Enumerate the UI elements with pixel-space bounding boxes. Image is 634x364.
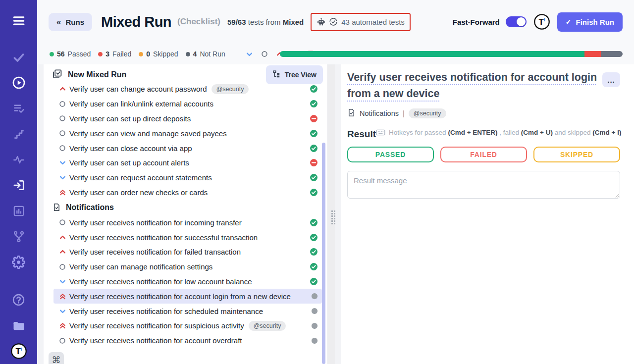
status-notrun-icon xyxy=(311,308,318,314)
sidebar-stairs-icon[interactable] xyxy=(0,121,37,147)
automated-tests-badge[interactable]: 43 automated tests xyxy=(311,13,411,31)
test-row[interactable]: Verify user can set up direct deposits xyxy=(53,111,322,126)
tests-source: Mixed xyxy=(283,18,304,26)
sidebar-folder-icon[interactable] xyxy=(0,312,37,338)
test-row-title: Verify user can order new checks or card… xyxy=(69,188,208,197)
sidebar-bar-chart-icon[interactable] xyxy=(0,198,37,224)
tree-view-button[interactable]: Tree View xyxy=(266,65,323,84)
main-area: « Runs Mixed Run (Checklist) 59/63 tests… xyxy=(37,0,634,364)
test-row[interactable]: Verify user can request account statemen… xyxy=(53,170,322,185)
test-row-title: Verify user receives notification for ac… xyxy=(69,336,242,345)
sidebar-list-check-icon[interactable] xyxy=(0,96,37,121)
test-row[interactable]: Verify user receives notification for ac… xyxy=(53,333,322,348)
test-row[interactable]: Verify user receives notification for su… xyxy=(53,230,322,245)
sidebar-activity-icon[interactable] xyxy=(0,147,37,173)
status-dot-icon xyxy=(139,52,143,56)
test-row[interactable]: Verify user can view and manage saved pa… xyxy=(53,126,322,141)
priority-chevron-up-icon xyxy=(56,248,68,256)
test-row[interactable]: Verify user can manage notification sett… xyxy=(53,260,322,274)
test-list-header: New Mixed Run Tree View xyxy=(44,64,327,84)
sidebar-gear-icon[interactable] xyxy=(0,250,37,275)
check-circle-icon xyxy=(329,17,338,26)
back-to-runs-button[interactable]: « Runs xyxy=(49,13,92,31)
test-row[interactable]: Verify user can link/unlink external acc… xyxy=(53,97,322,111)
tree-view-icon xyxy=(272,70,281,80)
panel-resize-handle[interactable] xyxy=(327,64,341,364)
test-row-title: Verify user can manage notification sett… xyxy=(69,262,212,271)
breadcrumb-separator: | xyxy=(403,109,405,117)
test-row[interactable]: Verify user receives notification for fa… xyxy=(53,245,322,260)
priority-circle-icon xyxy=(56,263,68,270)
status-passed-icon xyxy=(310,233,318,242)
test-row-title: Verify user receives notification for su… xyxy=(69,233,258,242)
sidebar-play-circle-icon[interactable] xyxy=(0,70,37,96)
app-logo-icon[interactable]: T xyxy=(533,13,550,30)
progress-segment xyxy=(584,51,601,57)
breadcrumb-section: Notifications xyxy=(360,109,399,117)
stat-failed: 3Failed xyxy=(98,50,131,58)
security-tag[interactable]: @security xyxy=(249,321,286,331)
sidebar-log-in-icon[interactable] xyxy=(0,173,37,199)
status-passed-icon xyxy=(310,173,318,182)
robot-icon xyxy=(317,17,326,27)
fast-forward-toggle[interactable] xyxy=(506,16,527,27)
sidebar-logo-icon[interactable]: T xyxy=(0,338,37,364)
test-row[interactable]: Verify user can change account password@… xyxy=(53,84,322,97)
status-failed-icon xyxy=(310,114,318,123)
status-passed-icon xyxy=(310,188,318,197)
filter-circle-icon[interactable] xyxy=(261,51,268,57)
stat-passed: 56Passed xyxy=(50,50,91,58)
test-row-title: Verify user can request account statemen… xyxy=(69,173,212,182)
priority-circle-icon xyxy=(56,101,68,107)
test-row[interactable]: Verify user receives notification for lo… xyxy=(53,274,322,289)
run-name: New Mixed Run xyxy=(68,70,126,79)
sidebar-git-branch-icon[interactable] xyxy=(0,224,37,250)
tests-count: 59/63 xyxy=(227,18,246,26)
security-tag[interactable]: @security xyxy=(211,84,249,94)
sidebar-help-icon[interactable] xyxy=(0,287,37,313)
test-row[interactable]: Verify user can order new checks or card… xyxy=(53,185,322,200)
result-buttons: PASSEDFAILEDSKIPPED xyxy=(347,147,620,162)
priority-chevron-down-icon xyxy=(56,174,68,181)
tests-count-summary: 59/63 tests from Mixed xyxy=(227,18,304,26)
security-tag[interactable]: @security xyxy=(409,108,446,118)
test-row-title: Verify user can set up direct deposits xyxy=(69,114,191,123)
sidebar: T xyxy=(0,0,37,364)
filter-chevron-down-icon[interactable] xyxy=(246,51,253,58)
status-passed-icon xyxy=(310,218,318,227)
page-subtitle: (Checklist) xyxy=(177,17,220,27)
priority-circle-icon xyxy=(56,145,68,152)
test-row[interactable]: Verify user receives notification for in… xyxy=(53,215,322,230)
passed-button[interactable]: PASSED xyxy=(347,147,434,162)
priority-chevrons-up-icon xyxy=(56,189,68,196)
finish-run-button[interactable]: ✓ Finish Run xyxy=(557,12,623,32)
test-row[interactable]: Verify user receives notification for sc… xyxy=(53,304,322,318)
failed-button[interactable]: FAILED xyxy=(440,147,527,162)
test-row[interactable]: Verify user receives notification for ac… xyxy=(53,289,322,304)
test-row[interactable]: Verify user can close account via app xyxy=(53,141,322,156)
priority-circle-icon xyxy=(56,115,68,122)
test-row-title: Verify user receives notification for su… xyxy=(69,321,244,330)
test-breadcrumb: Notifications | @security xyxy=(347,108,620,118)
finish-run-label: Finish Run xyxy=(576,18,615,26)
status-passed-icon xyxy=(310,262,318,271)
test-row-title: Verify user receives notification for sc… xyxy=(69,307,263,315)
test-row[interactable]: Verify user receives notification for su… xyxy=(53,318,322,333)
test-row-title: Verify user receives notification for fa… xyxy=(69,248,241,256)
priority-circle-icon xyxy=(56,337,68,344)
list-scrollbar[interactable] xyxy=(322,143,325,364)
sidebar-check-icon[interactable] xyxy=(0,45,37,70)
grip-dots-icon xyxy=(331,210,335,224)
sidebar-menu-icon[interactable] xyxy=(0,8,37,34)
test-row[interactable]: Verify user can set up account alerts xyxy=(53,156,322,170)
check-icon: ✓ xyxy=(566,18,572,26)
toggle-knob xyxy=(517,17,526,26)
status-failed-icon xyxy=(310,158,318,167)
priority-chevron-down-icon xyxy=(56,308,68,315)
command-key-hint: ⌘ xyxy=(49,352,64,364)
skipped-button[interactable]: SKIPPED xyxy=(533,147,620,162)
test-title: Verify user receives notification for ac… xyxy=(347,69,606,103)
more-options-button[interactable]: ... xyxy=(602,72,620,87)
result-message-input[interactable] xyxy=(347,171,620,199)
section-header[interactable]: Notifications xyxy=(44,200,327,215)
